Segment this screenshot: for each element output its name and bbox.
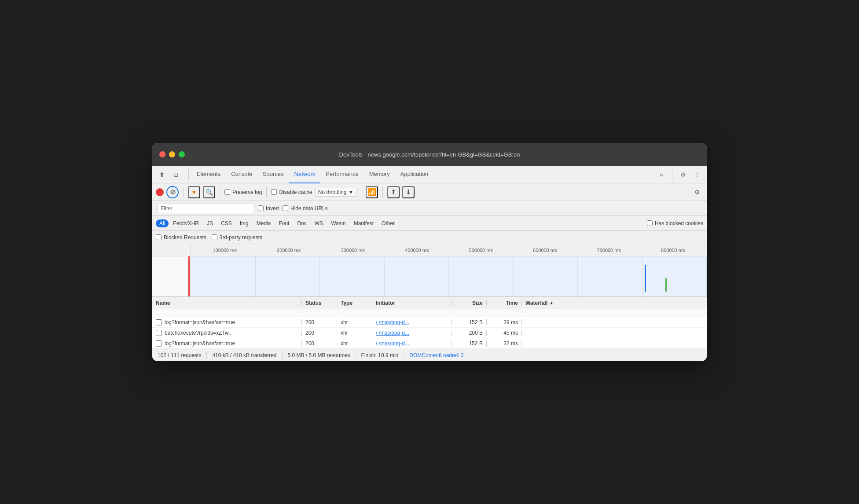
- type-tab-js[interactable]: JS: [203, 219, 217, 227]
- invert-checkbox[interactable]: [258, 205, 264, 211]
- row-1-initiator: / /mss/boq-d...: [372, 330, 452, 336]
- type-tab-all[interactable]: All: [156, 219, 169, 227]
- col-header-initiator[interactable]: Initiator: [372, 300, 452, 306]
- tab-performance[interactable]: Performance: [320, 166, 363, 183]
- col-header-size[interactable]: Size: [452, 300, 487, 306]
- close-button[interactable]: [159, 151, 165, 157]
- tab-network[interactable]: Network: [289, 166, 321, 183]
- disable-cache-checkbox[interactable]: [271, 189, 277, 195]
- wifi-icon[interactable]: 📶: [366, 186, 378, 198]
- grid-line-1: [191, 256, 256, 296]
- waterfall-bar-green: [665, 278, 667, 292]
- status-resources: 5.0 MB / 5.0 MB resources: [283, 352, 356, 358]
- type-filter-right: Has blocked cookies: [647, 220, 703, 226]
- third-party-checkbox[interactable]: [212, 234, 217, 240]
- grid-line-4: [385, 256, 449, 296]
- col-header-waterfall[interactable]: Waterfall ▲: [522, 300, 707, 306]
- type-tab-font[interactable]: Font: [275, 219, 293, 227]
- col-header-name[interactable]: Name: [152, 300, 302, 306]
- type-tab-css[interactable]: CSS: [217, 219, 235, 227]
- cursor-icon[interactable]: ⬆: [156, 168, 168, 181]
- type-tab-wasm[interactable]: Wasm: [327, 219, 349, 227]
- row-1-status: 200: [302, 330, 337, 336]
- row-0-status: 200: [302, 319, 337, 325]
- blocked-requests-checkbox[interactable]: [156, 234, 162, 240]
- type-tab-fetch-xhr[interactable]: Fetch/XHR: [169, 219, 202, 227]
- maximize-button[interactable]: [179, 151, 185, 157]
- tab-memory[interactable]: Memory: [364, 166, 395, 183]
- clear-button[interactable]: ⊘: [166, 186, 179, 198]
- table-row[interactable]: batchexecute?rpcids=xZTw... 200 xhr / /m…: [152, 328, 707, 338]
- disable-cache-label[interactable]: Disable cache: [271, 189, 312, 195]
- timeline-header: 100000 ms 200000 ms 300000 ms 400000 ms …: [152, 244, 707, 256]
- waterfall-bar-blue: [645, 265, 646, 292]
- toolbar-divider-3: [266, 187, 267, 197]
- blocked-requests-label[interactable]: Blocked Requests: [156, 234, 206, 241]
- download-icon[interactable]: ⬇: [402, 186, 415, 198]
- col-header-type[interactable]: Type: [337, 300, 372, 306]
- devtools-body: ⬆ ⊡ Elements Console Sources Network Per…: [152, 166, 707, 361]
- invert-label[interactable]: Invert: [258, 205, 279, 212]
- preserve-log-checkbox[interactable]: [224, 189, 230, 195]
- requests-table: Name Status Type Initiator Size Time Wat…: [152, 297, 707, 349]
- table-row[interactable]: log?format=json&hasfast=true 200 xhr / /…: [152, 317, 707, 328]
- more-options-icon[interactable]: ⋮: [691, 168, 703, 181]
- table-row-empty[interactable]: [152, 309, 707, 317]
- table-row[interactable]: log?format=json&hasfast=true 200 xhr / /…: [152, 338, 707, 349]
- timeline-mark-6: 600000 ms: [513, 248, 577, 253]
- toolbar-divider-2: [220, 187, 220, 197]
- tabs-right: » ⚙ ⋮: [655, 168, 703, 181]
- type-tab-ws[interactable]: WS: [311, 219, 327, 227]
- timeline-mark-5: 500000 ms: [449, 248, 513, 253]
- row-2-size: 152 B: [452, 340, 487, 347]
- timeline-mark-1: 100000 ms: [193, 248, 257, 253]
- device-icon[interactable]: ⊡: [170, 168, 182, 181]
- type-tab-other[interactable]: Other: [378, 219, 398, 227]
- preserve-log-label[interactable]: Preserve log: [224, 189, 262, 195]
- waterfall-chart: [191, 256, 707, 296]
- timeline-mark-2: 200000 ms: [257, 248, 321, 253]
- row-0-size: 152 B: [452, 319, 487, 325]
- type-tab-media[interactable]: Media: [253, 219, 275, 227]
- throttle-select[interactable]: No throttling ▼: [315, 188, 357, 197]
- type-tab-img[interactable]: Img: [236, 219, 252, 227]
- row-2-checkbox[interactable]: [156, 340, 162, 347]
- waterfall-red-marker: [188, 256, 190, 296]
- col-header-time[interactable]: Time: [487, 300, 522, 306]
- tab-elements[interactable]: Elements: [191, 166, 226, 183]
- settings-icon[interactable]: ⚙: [677, 168, 689, 181]
- traffic-lights: [159, 151, 185, 157]
- tab-console[interactable]: Console: [226, 166, 257, 183]
- type-tab-manifest[interactable]: Manifest: [350, 219, 377, 227]
- network-settings-icon[interactable]: ⚙: [691, 186, 703, 198]
- col-header-status[interactable]: Status: [302, 300, 337, 306]
- row-1-checkbox[interactable]: [156, 330, 162, 336]
- tab-application[interactable]: Application: [395, 166, 434, 183]
- filter-icon[interactable]: ▼: [188, 186, 200, 198]
- toolbar-divider-5: [382, 187, 383, 197]
- record-button[interactable]: [156, 188, 164, 196]
- upload-icon[interactable]: ⬆: [387, 186, 400, 198]
- waterfall-body: [152, 256, 707, 296]
- timeline-gutter: [152, 244, 191, 256]
- grid-line-5: [449, 256, 514, 296]
- more-tabs-button[interactable]: »: [655, 168, 668, 181]
- type-filter-bar: All Fetch/XHR JS CSS Img Media Font Doc: [152, 216, 707, 231]
- tab-sources[interactable]: Sources: [257, 166, 289, 183]
- row-0-checkbox[interactable]: [156, 319, 162, 325]
- hide-data-urls-checkbox[interactable]: [283, 205, 288, 211]
- grid-line-2: [256, 256, 320, 296]
- has-blocked-cookies-label[interactable]: Has blocked cookies: [647, 220, 703, 226]
- hide-data-urls-label[interactable]: Hide data URLs: [283, 205, 328, 212]
- has-blocked-cookies-checkbox[interactable]: [647, 220, 653, 226]
- filter-input[interactable]: [158, 204, 254, 213]
- row-0-initiator: / /mss/boq-d...: [372, 319, 452, 325]
- minimize-button[interactable]: [169, 151, 175, 157]
- row-1-size: 200 B: [452, 330, 487, 336]
- throttle-arrow-icon: ▼: [348, 189, 353, 195]
- search-icon[interactable]: 🔍: [203, 186, 215, 198]
- timeline-mark-3: 300000 ms: [321, 248, 385, 253]
- third-party-label[interactable]: 3rd-party requests: [212, 234, 262, 241]
- type-tab-doc[interactable]: Doc: [294, 219, 310, 227]
- row-0-name: log?format=json&hasfast=true: [152, 319, 302, 325]
